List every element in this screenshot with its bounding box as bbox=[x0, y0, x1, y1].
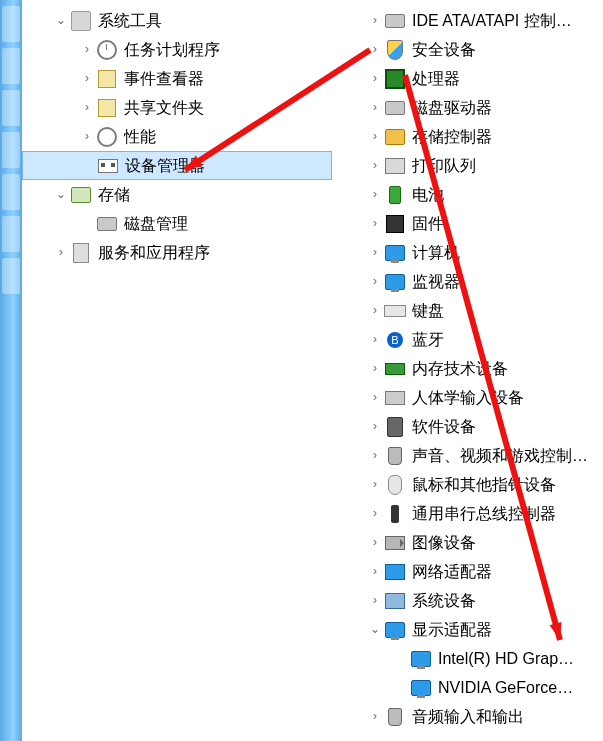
cat-audio-inputs-outputs[interactable]: ›音频输入和输出 bbox=[332, 702, 603, 731]
cat-mice[interactable]: ›鼠标和其他指针设备 bbox=[332, 470, 603, 499]
tree-item-label: 固件 bbox=[412, 209, 603, 238]
expand-closed-icon[interactable]: › bbox=[366, 151, 384, 180]
expand-closed-icon[interactable]: › bbox=[366, 93, 384, 122]
node-event-viewer[interactable]: ›事件查看器 bbox=[22, 64, 332, 93]
tree-item-label: 内存技术设备 bbox=[412, 354, 603, 383]
cat-disk-drives[interactable]: ›磁盘驱动器 bbox=[332, 93, 603, 122]
cat-memory-tech[interactable]: ›内存技术设备 bbox=[332, 354, 603, 383]
node-system-tools[interactable]: ⌄系统工具 bbox=[22, 6, 332, 35]
cat-storage-controllers[interactable]: ›存储控制器 bbox=[332, 122, 603, 151]
taskbar-item[interactable] bbox=[2, 174, 20, 210]
expand-closed-icon[interactable]: › bbox=[366, 325, 384, 354]
device-manager-tree: ›IDE ATA/ATAPI 控制…›安全设备›处理器›磁盘驱动器›存储控制器›… bbox=[332, 0, 603, 741]
tree-item-label: 设备管理器 bbox=[125, 151, 331, 180]
cat-firmware[interactable]: ›固件 bbox=[332, 209, 603, 238]
tree-item-label: Intel(R) HD Grap… bbox=[438, 644, 603, 673]
cat-computer[interactable]: ›计算机 bbox=[332, 238, 603, 267]
cat-usb-controllers[interactable]: ›通用串行总线控制器 bbox=[332, 499, 603, 528]
node-shared-folders[interactable]: ›共享文件夹 bbox=[22, 93, 332, 122]
node-services-apps[interactable]: ›服务和应用程序 bbox=[22, 238, 332, 267]
diskm-icon bbox=[96, 213, 118, 235]
expand-closed-icon[interactable]: › bbox=[366, 238, 384, 267]
disk-icon bbox=[384, 10, 406, 32]
expand-closed-icon[interactable]: › bbox=[366, 354, 384, 383]
expand-closed-icon[interactable]: › bbox=[78, 64, 96, 93]
tree-item-label: 蓝牙 bbox=[412, 325, 603, 354]
cat-sound-video-game[interactable]: ›声音、视频和游戏控制… bbox=[332, 441, 603, 470]
expand-closed-icon[interactable]: › bbox=[78, 93, 96, 122]
tree-item-label: 计算机 bbox=[412, 238, 603, 267]
dev-intel-hd-graphics[interactable]: Intel(R) HD Grap… bbox=[332, 644, 603, 673]
expand-closed-icon[interactable]: › bbox=[366, 499, 384, 528]
perf-icon bbox=[96, 126, 118, 148]
expand-closed-icon[interactable]: › bbox=[366, 557, 384, 586]
taskbar-item[interactable] bbox=[2, 258, 20, 294]
monitor-icon bbox=[410, 648, 432, 670]
tree-item-label: 存储控制器 bbox=[412, 122, 603, 151]
cat-batteries[interactable]: ›电池 bbox=[332, 180, 603, 209]
expand-closed-icon[interactable]: › bbox=[366, 180, 384, 209]
expand-closed-icon[interactable]: › bbox=[366, 586, 384, 615]
tree-item-label: 电池 bbox=[412, 180, 603, 209]
expand-closed-icon[interactable]: › bbox=[366, 470, 384, 499]
cat-system-devices[interactable]: ›系统设备 bbox=[332, 586, 603, 615]
taskbar-item[interactable] bbox=[2, 216, 20, 252]
tree-item-label: 事件查看器 bbox=[124, 64, 332, 93]
node-device-manager[interactable]: 设备管理器 bbox=[22, 151, 332, 180]
storage-icon bbox=[70, 184, 92, 206]
node-task-scheduler[interactable]: ›任务计划程序 bbox=[22, 35, 332, 64]
expand-closed-icon[interactable]: › bbox=[366, 122, 384, 151]
devmgr-icon bbox=[97, 155, 119, 177]
node-performance[interactable]: ›性能 bbox=[22, 122, 332, 151]
cat-processors[interactable]: ›处理器 bbox=[332, 64, 603, 93]
expand-open-icon[interactable]: ⌄ bbox=[366, 615, 384, 644]
taskbar-item[interactable] bbox=[2, 132, 20, 168]
expand-closed-icon[interactable]: › bbox=[366, 528, 384, 557]
cat-security-devices[interactable]: ›安全设备 bbox=[332, 35, 603, 64]
expand-open-icon[interactable]: ⌄ bbox=[52, 6, 70, 35]
speaker-icon bbox=[384, 706, 406, 728]
cat-ide[interactable]: ›IDE ATA/ATAPI 控制… bbox=[332, 6, 603, 35]
cat-network-adapters[interactable]: ›网络适配器 bbox=[332, 557, 603, 586]
taskbar-item[interactable] bbox=[2, 90, 20, 126]
tree-item-label: NVIDIA GeForce… bbox=[438, 673, 603, 702]
hid-icon bbox=[384, 387, 406, 409]
cat-imaging-devices[interactable]: ›图像设备 bbox=[332, 528, 603, 557]
taskbar-item[interactable] bbox=[2, 6, 20, 42]
cat-keyboards[interactable]: ›键盘 bbox=[332, 296, 603, 325]
monitor-icon bbox=[410, 677, 432, 699]
dev-nvidia-geforce[interactable]: NVIDIA GeForce… bbox=[332, 673, 603, 702]
usb-icon bbox=[384, 503, 406, 525]
expand-closed-icon[interactable]: › bbox=[52, 238, 70, 267]
node-disk-management[interactable]: 磁盘管理 bbox=[22, 209, 332, 238]
expand-closed-icon[interactable]: › bbox=[366, 383, 384, 412]
cat-bluetooth[interactable]: ›B蓝牙 bbox=[332, 325, 603, 354]
tree-item-label: 性能 bbox=[124, 122, 332, 151]
services-icon bbox=[70, 242, 92, 264]
cat-display-adapters[interactable]: ⌄显示适配器 bbox=[332, 615, 603, 644]
controller-icon bbox=[384, 126, 406, 148]
expand-closed-icon[interactable]: › bbox=[366, 209, 384, 238]
net-icon bbox=[384, 561, 406, 583]
monitor-icon bbox=[384, 271, 406, 293]
expand-closed-icon[interactable]: › bbox=[366, 6, 384, 35]
expand-closed-icon[interactable]: › bbox=[366, 267, 384, 296]
tree-item-label: 共享文件夹 bbox=[124, 93, 332, 122]
node-storage[interactable]: ⌄存储 bbox=[22, 180, 332, 209]
cat-monitors[interactable]: ›监视器 bbox=[332, 267, 603, 296]
expand-closed-icon[interactable]: › bbox=[366, 35, 384, 64]
expand-closed-icon[interactable]: › bbox=[366, 64, 384, 93]
taskbar-item[interactable] bbox=[2, 48, 20, 84]
expand-closed-icon[interactable]: › bbox=[78, 35, 96, 64]
expand-closed-icon[interactable]: › bbox=[366, 412, 384, 441]
expand-closed-icon[interactable]: › bbox=[366, 296, 384, 325]
expand-open-icon[interactable]: ⌄ bbox=[52, 180, 70, 209]
cat-print-queues[interactable]: ›打印队列 bbox=[332, 151, 603, 180]
cat-hid[interactable]: ›人体学输入设备 bbox=[332, 383, 603, 412]
tree-item-label: 音频输入和输出 bbox=[412, 702, 603, 731]
expand-closed-icon[interactable]: › bbox=[366, 441, 384, 470]
expand-closed-icon[interactable]: › bbox=[78, 122, 96, 151]
expand-closed-icon[interactable]: › bbox=[366, 702, 384, 731]
chip-icon bbox=[384, 68, 406, 90]
cat-software-devices[interactable]: ›软件设备 bbox=[332, 412, 603, 441]
